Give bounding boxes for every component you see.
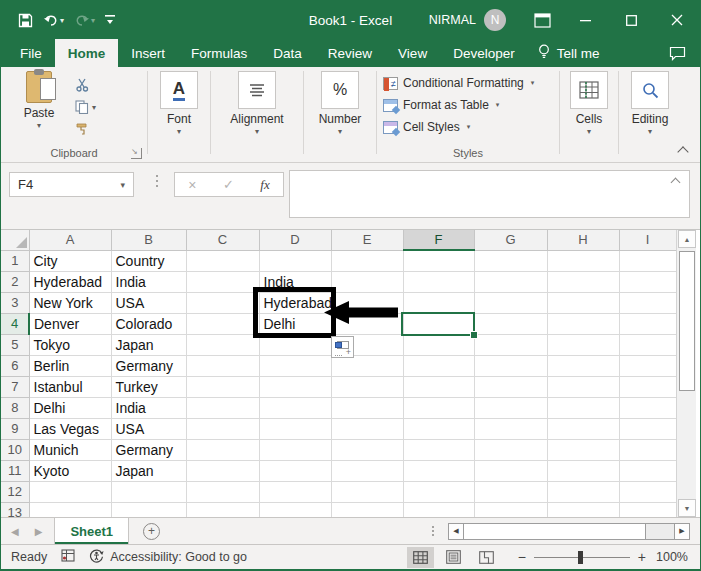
column-header-e[interactable]: E xyxy=(331,230,403,250)
cell-H3[interactable] xyxy=(547,292,619,313)
cell-G9[interactable] xyxy=(474,418,547,439)
cell-F9[interactable] xyxy=(403,418,474,439)
scroll-down-icon[interactable]: ▼ xyxy=(678,499,696,517)
cell-D8[interactable] xyxy=(259,397,331,418)
cell-I9[interactable] xyxy=(619,418,676,439)
zoom-slider[interactable] xyxy=(534,557,630,558)
cell-B13[interactable] xyxy=(111,502,186,517)
cell-H2[interactable] xyxy=(547,271,619,292)
cell-F13[interactable] xyxy=(403,502,474,517)
cell-I11[interactable] xyxy=(619,460,676,481)
accessibility-status[interactable]: Accessibility: Good to go xyxy=(89,548,247,566)
cut-button[interactable] xyxy=(75,77,96,93)
format-painter-button[interactable] xyxy=(75,121,96,137)
new-sheet-button[interactable]: + xyxy=(143,518,160,544)
cell-B6[interactable]: Germany xyxy=(111,355,186,376)
cell-A11[interactable]: Kyoto xyxy=(29,460,111,481)
copy-dropdown-icon[interactable]: ▾ xyxy=(92,103,96,112)
cell-F1[interactable] xyxy=(403,250,474,271)
editing-menu-button[interactable]: Editing ▾ xyxy=(619,71,681,136)
menu-tab-formulas[interactable]: Formulas xyxy=(178,39,260,67)
paste-options-button[interactable]: + xyxy=(331,336,354,358)
cell-A4[interactable]: Denver xyxy=(29,313,111,334)
cells-menu-button[interactable]: Cells ▾ xyxy=(560,71,618,136)
cell-G13[interactable] xyxy=(474,502,547,517)
cell-D12[interactable] xyxy=(259,481,331,502)
cell-H12[interactable] xyxy=(547,481,619,502)
column-header-c[interactable]: C xyxy=(186,230,259,250)
cell-H5[interactable] xyxy=(547,334,619,355)
page-layout-view-button[interactable] xyxy=(440,547,467,568)
insert-function-icon[interactable]: fx xyxy=(260,177,269,193)
row-header-5[interactable]: 5 xyxy=(1,334,29,355)
cell-G6[interactable] xyxy=(474,355,547,376)
cell-G1[interactable] xyxy=(474,250,547,271)
cell-A9[interactable]: Las Vegas xyxy=(29,418,111,439)
cell-I2[interactable] xyxy=(619,271,676,292)
user-name[interactable]: NIRMAL xyxy=(429,13,476,27)
conditional-formatting-button[interactable]: ≠ Conditional Formatting ▾ xyxy=(383,74,559,92)
cell-C4[interactable] xyxy=(186,313,259,334)
row-header-8[interactable]: 8 xyxy=(1,397,29,418)
clipboard-dialog-launcher-icon[interactable]: ↘ xyxy=(131,148,142,159)
row-header-11[interactable]: 11 xyxy=(1,460,29,481)
redo-dropdown-icon[interactable]: ▾ xyxy=(91,16,95,25)
font-menu-button[interactable]: A Font ▾ xyxy=(148,71,210,136)
column-header-b[interactable]: B xyxy=(111,230,186,250)
sheet-tab-sheet1[interactable]: Sheet1 xyxy=(54,518,129,544)
row-header-7[interactable]: 7 xyxy=(1,376,29,397)
column-header-g[interactable]: G xyxy=(474,230,547,250)
cell-C13[interactable] xyxy=(186,502,259,517)
cell-C2[interactable] xyxy=(186,271,259,292)
cell-I10[interactable] xyxy=(619,439,676,460)
cell-D7[interactable] xyxy=(259,376,331,397)
menu-tab-review[interactable]: Review xyxy=(315,39,385,67)
cell-F11[interactable] xyxy=(403,460,474,481)
row-header-2[interactable]: 2 xyxy=(1,271,29,292)
cell-G5[interactable] xyxy=(474,334,547,355)
scroll-up-icon[interactable]: ▲ xyxy=(678,230,696,248)
select-all-corner[interactable] xyxy=(1,230,29,250)
comments-icon[interactable] xyxy=(669,39,686,67)
collapse-formula-bar-icon[interactable] xyxy=(672,176,681,185)
copy-button[interactable]: ▾ xyxy=(75,99,96,115)
cell-D6[interactable] xyxy=(259,355,331,376)
cell-A12[interactable] xyxy=(29,481,111,502)
previous-sheet-icon[interactable]: ◀ xyxy=(11,526,19,537)
cell-I13[interactable] xyxy=(619,502,676,517)
redo-button[interactable]: ▾ xyxy=(71,8,98,32)
save-icon[interactable] xyxy=(15,8,36,32)
cell-D10[interactable] xyxy=(259,439,331,460)
cell-C8[interactable] xyxy=(186,397,259,418)
cell-G10[interactable] xyxy=(474,439,547,460)
macro-record-icon[interactable] xyxy=(61,549,75,565)
cell-I7[interactable] xyxy=(619,376,676,397)
cell-G8[interactable] xyxy=(474,397,547,418)
cell-A6[interactable]: Berlin xyxy=(29,355,111,376)
cell-F10[interactable] xyxy=(403,439,474,460)
cell-G11[interactable] xyxy=(474,460,547,481)
cell-H4[interactable] xyxy=(547,313,619,334)
cell-A10[interactable]: Munich xyxy=(29,439,111,460)
formula-input[interactable] xyxy=(289,170,690,218)
cell-H11[interactable] xyxy=(547,460,619,481)
cell-H6[interactable] xyxy=(547,355,619,376)
cell-E11[interactable] xyxy=(331,460,403,481)
cell-E12[interactable] xyxy=(331,481,403,502)
cell-B4[interactable]: Colorado xyxy=(111,313,186,334)
row-header-9[interactable]: 9 xyxy=(1,418,29,439)
cell-B7[interactable]: Turkey xyxy=(111,376,186,397)
cell-E9[interactable] xyxy=(331,418,403,439)
cell-B9[interactable]: USA xyxy=(111,418,186,439)
menu-tab-home[interactable]: Home xyxy=(55,39,119,67)
cell-B2[interactable]: India xyxy=(111,271,186,292)
cell-D5[interactable] xyxy=(259,334,331,355)
cell-D13[interactable] xyxy=(259,502,331,517)
cell-C11[interactable] xyxy=(186,460,259,481)
cell-H9[interactable] xyxy=(547,418,619,439)
cell-F2[interactable] xyxy=(403,271,474,292)
cell-E13[interactable] xyxy=(331,502,403,517)
scroll-left-icon[interactable]: ◀ xyxy=(448,523,464,540)
cell-G4[interactable] xyxy=(474,313,547,334)
collapse-ribbon-icon[interactable] xyxy=(679,145,688,154)
